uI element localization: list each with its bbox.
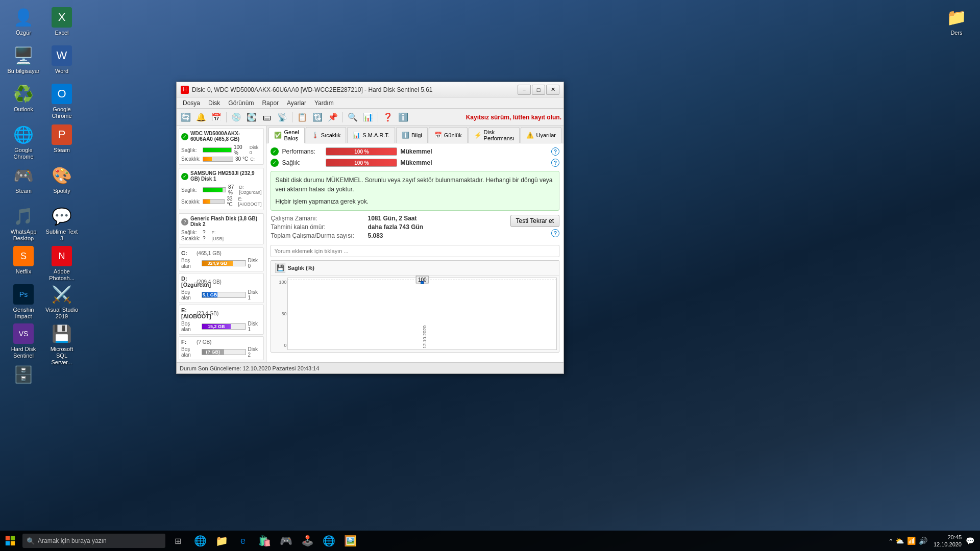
drive-f-letter: F: [181, 339, 197, 345]
chart-plot-area: 100 12.10.2020 [287, 278, 557, 350]
photos-taskbar-icon: 🖼️ [344, 535, 357, 547]
maximize-button[interactable]: □ [532, 85, 545, 95]
outlook-label: Google Chrome [45, 106, 78, 119]
taskbar-edge-icon[interactable]: e [233, 531, 253, 551]
desktop-icon-genshin[interactable]: ⚔️ Visual Studio 2019 [43, 282, 80, 322]
drive-d-bar: 5,1 GB [202, 292, 247, 298]
menu-rapor[interactable]: Rapor [258, 98, 283, 108]
samsung-status-icon: ✓ [181, 173, 188, 180]
toolbar-paste-btn[interactable]: 📌 [326, 111, 340, 124]
desktop-icon-sublime[interactable]: S Netflix [5, 244, 42, 277]
tab-gunluk[interactable]: 📅 Günlük [429, 127, 468, 143]
desktop-icon-spotify[interactable]: 🎵 WhatsApp Desktop [5, 204, 42, 244]
toolbar-info-btn[interactable]: ℹ️ [396, 111, 410, 124]
taskbar-chevron-icon[interactable]: ^ [890, 538, 892, 544]
taskbar-taskview-btn[interactable]: ⊞ [167, 531, 188, 551]
taskbar-weather-icon[interactable]: ⛅ [895, 537, 904, 545]
taskbar-clock[interactable]: 20:45 12.10.2020 [934, 534, 962, 548]
taskbar-store-icon[interactable]: 🛍️ [254, 531, 275, 551]
taskbar-steam-icon[interactable]: 🕹️ [297, 531, 317, 551]
toolbar-sep1 [226, 112, 227, 122]
retest-button[interactable]: Testi Tekrar et [510, 215, 559, 227]
registration-notice[interactable]: Kayıtsız sürüm, lütfen kayıt olun. [466, 114, 561, 121]
smart-tab-icon: 📊 [353, 132, 360, 139]
minimize-button[interactable]: − [518, 85, 531, 95]
toolbar-hdd2-btn[interactable]: 💽 [244, 111, 259, 124]
health-pct-text: 100 % [354, 160, 369, 166]
taskbar-chrome-icon[interactable]: 🌐 [190, 531, 210, 551]
chart-save-btn[interactable]: 💾 [275, 263, 285, 273]
tab-uyarilar[interactable]: ⚠️ Uyarılar [521, 127, 561, 143]
taskbar-photos-icon[interactable]: 🖼️ [340, 531, 360, 551]
samsung-health-label: Sağlık: [181, 187, 201, 193]
toolbar-copy-btn[interactable]: 📋 [295, 111, 309, 124]
samsung-temp-val: 33 °C [227, 196, 236, 207]
desktop-icon-hd-sentinel[interactable]: 💾 Microsoft SQL Server... [43, 321, 80, 368]
window-titlebar: H Disk: 0, WDC WD5000AAKX-60U6AA0 [WD-WC… [177, 82, 564, 97]
window-title: Disk: 0, WDC WD5000AAKX-60U6AA0 [WD-WCC2… [192, 86, 518, 93]
right-panel: ✅ Genel Bakış 🌡️ Sıcaklık 📊 S.M.A.R.T. ℹ… [266, 126, 564, 362]
toolbar-help-btn[interactable]: ❓ [381, 111, 395, 124]
tab-smart[interactable]: 📊 S.M.A.R.T. [347, 127, 395, 143]
desktop-icon-photoshop[interactable]: Ps Genshin Impact [5, 282, 42, 322]
toolbar-wifi-btn[interactable]: 📡 [275, 111, 289, 124]
retest-help-btn[interactable]: ? [551, 229, 559, 237]
flash-health-row: Sağlık: ? F: [181, 230, 261, 235]
uyarilar-tab-icon: ⚠️ [526, 132, 534, 139]
desktop-icon-mssql[interactable]: 🗄️ [5, 362, 42, 389]
desktop-icon-vs2019[interactable]: VS Hard Disk Sentinel [5, 321, 42, 361]
toolbar-alert-btn[interactable]: 🔔 [194, 111, 208, 124]
drive-c-letter: C: [181, 250, 197, 256]
toolbar-refresh2-btn[interactable]: 🔃 [310, 111, 325, 124]
taskbar-search[interactable]: 🔍 Aramak için buraya yazın [22, 534, 165, 548]
main-content: ✓ WDC WD5000AAKX-60U6AA0 (465,8 GB) Sağl… [177, 126, 564, 362]
taskbar-volume-icon[interactable]: 🔊 [919, 537, 927, 545]
toolbar-hdd1-btn[interactable]: 💿 [229, 111, 243, 124]
tab-sicaklik[interactable]: 🌡️ Sıcaklık [306, 127, 347, 143]
tab-bilgi[interactable]: ℹ️ Bilgi [396, 127, 428, 143]
menu-disk[interactable]: Disk [204, 98, 224, 108]
bu-bilgisayar-label: Bu bilgisayar [8, 68, 40, 74]
desktop-icon-ozgur[interactable]: 👤 Özgür [5, 5, 42, 38]
taskbar-explorer-icon[interactable]: 📁 [211, 531, 232, 551]
tab-disk-performans[interactable]: ⚡ Disk Performansı [469, 127, 520, 143]
wdc-health-label: Sağlık: [181, 147, 201, 153]
performance-help-btn[interactable]: ? [551, 147, 559, 156]
desktop-icon-powerpoint[interactable]: P Steam [43, 122, 80, 156]
stats-left: Çalışma Zamanı: 1081 Gün, 2 Saat Tahmini… [271, 215, 506, 241]
drive-f-bar-row: Boş alan (? GB) Disk 2 [181, 346, 261, 358]
drive-f-free-label: Boş alan [181, 346, 200, 358]
gunluk-tab-label: Günlük [444, 132, 462, 138]
start-button[interactable] [0, 531, 20, 551]
menu-ayarlar[interactable]: Ayarlar [283, 98, 310, 108]
desktop-icon-outlook[interactable]: O Google Chrome [43, 82, 80, 121]
toolbar-chart-btn[interactable]: 📊 [361, 111, 375, 124]
menu-dosya[interactable]: Dosya [179, 98, 204, 108]
menu-yardim[interactable]: Yardım [310, 98, 338, 108]
desktop-icon-paint3d[interactable]: 🎨 Spotify [43, 163, 80, 196]
flash-disk-name: Generic Flash Disk (3,8 GB) Disk 2 [190, 216, 261, 227]
close-button[interactable]: ✕ [546, 85, 559, 95]
desktop-icon-ders[interactable]: 📁 Ders [938, 5, 975, 38]
desktop-icon-whatsapp[interactable]: 💬 Sublime Text 3 [43, 204, 80, 244]
desktop-icon-steam[interactable]: 🎮 Steam [5, 163, 42, 196]
desktop-icon-geri-donusum[interactable]: ♻️ Outlook [5, 82, 42, 115]
desktop-icon-bu-bilgisayar[interactable]: 🖥️ Bu bilgisayar [5, 43, 42, 77]
taskbar-network-icon[interactable]: 🌐 [318, 531, 339, 551]
store-taskbar-icon: 🛍️ [258, 535, 271, 547]
desktop-icon-excel[interactable]: X Excel [43, 5, 80, 38]
toolbar-hdd3-btn[interactable]: 🖴 [260, 111, 274, 124]
desktop-icon-netflix[interactable]: N Adobe Photosh... [43, 244, 80, 284]
desktop-icon-word[interactable]: W Word [43, 43, 80, 77]
taskbar-xbox-icon[interactable]: 🎮 [276, 531, 296, 551]
taskbar-network-sys-icon[interactable]: 📶 [907, 537, 916, 545]
desktop-icon-chrome[interactable]: 🌐 Google Chrome [5, 122, 42, 162]
health-help-btn[interactable]: ? [551, 159, 559, 167]
taskbar-notification-btn[interactable]: 💬 [964, 531, 976, 551]
tab-genel[interactable]: ✅ Genel Bakış [268, 127, 304, 143]
toolbar-refresh-btn[interactable]: 🔄 [179, 111, 193, 124]
comment-input[interactable] [271, 245, 559, 257]
toolbar-hdd-check-btn[interactable]: 🔍 [346, 111, 360, 124]
menu-goruntum[interactable]: Görünüm [224, 98, 258, 108]
toolbar-schedule-btn[interactable]: 📅 [209, 111, 224, 124]
